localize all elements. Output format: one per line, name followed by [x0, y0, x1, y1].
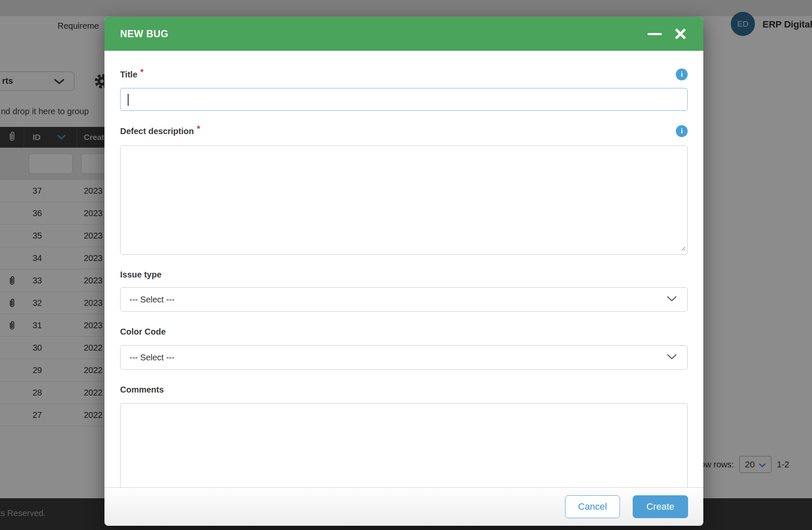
description-label-row: Defect description* i — [120, 125, 688, 137]
title-input[interactable] — [120, 88, 688, 111]
resize-handle-icon[interactable] — [680, 245, 686, 253]
issue-type-selected-value: --- Select --- — [129, 295, 175, 305]
close-icon[interactable] — [675, 28, 686, 40]
description-label: Defect description* — [120, 126, 200, 136]
new-bug-modal: NEW BUG Title* i Defect description* — [104, 17, 703, 526]
cancel-button[interactable]: Cancel — [565, 495, 620, 518]
title-label: Title* — [120, 70, 144, 80]
color-code-select[interactable]: --- Select --- — [120, 345, 688, 370]
title-label-row: Title* i — [120, 69, 688, 80]
color-code-selected-value: --- Select --- — [129, 353, 175, 362]
color-code-label: Color Code — [120, 326, 688, 338]
text-cursor — [128, 94, 129, 106]
description-textarea[interactable] — [120, 146, 688, 255]
chevron-down-icon — [667, 354, 677, 361]
modal-header: NEW BUG — [104, 17, 703, 51]
info-icon[interactable]: i — [676, 125, 688, 137]
required-asterisk: * — [197, 124, 200, 133]
issue-type-label: Issue type — [120, 269, 688, 280]
issue-type-select[interactable]: --- Select --- — [120, 287, 688, 312]
required-asterisk: * — [140, 67, 144, 77]
modal-footer: Cancel Create — [104, 487, 703, 526]
modal-title: NEW BUG — [120, 28, 168, 40]
screen: Requireme ED ERP Digital T rts nd drop i… — [0, 0, 812, 530]
info-icon[interactable]: i — [676, 69, 688, 80]
modal-body: Title* i Defect description* i Issue typ… — [104, 51, 703, 526]
create-button[interactable]: Create — [633, 495, 688, 518]
chevron-down-icon — [667, 296, 677, 303]
minimize-button[interactable] — [647, 33, 662, 35]
comments-label: Comments — [120, 384, 688, 395]
